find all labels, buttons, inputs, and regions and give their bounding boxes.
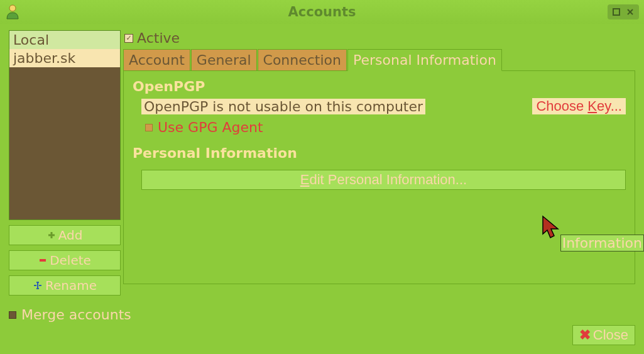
openpgp-status: OpenPGP is not usable on this computer [141,99,425,114]
svg-rect-1 [613,9,619,15]
minus-icon [38,256,47,265]
window-controls [608,4,639,19]
merge-accounts-label: Merge accounts [21,307,131,323]
tab-panel: OpenPGP OpenPGP is not usable on this co… [123,70,635,284]
tab-personal-information[interactable]: Personal Information [347,49,502,71]
close-button[interactable]: ✖ Close [572,325,635,345]
account-list-item[interactable]: Local [9,31,120,49]
tab-account[interactable]: Account [123,49,190,70]
close-label: Close [593,327,628,343]
personal-info-title: Personal Information [133,145,626,161]
window-title: Accounts [288,4,356,19]
choose-key-button[interactable]: Choose Key... [532,98,626,114]
active-label: Active [137,30,180,46]
close-x-icon: ✖ [579,327,591,343]
svg-point-0 [9,5,16,11]
account-list[interactable]: Local jabber.sk [9,30,121,220]
add-button[interactable]: Add [9,225,121,245]
close-icon[interactable] [624,6,636,18]
rename-button[interactable]: Rename [9,275,121,296]
delete-label: Delete [50,253,91,268]
plus-icon [47,231,56,240]
rename-icon [33,281,43,290]
gpg-agent-label: Use GPG Agent [158,119,263,135]
active-checkbox[interactable]: ✓ [124,34,133,43]
merge-accounts-checkbox[interactable] [9,311,16,319]
delete-button[interactable]: Delete [9,250,121,270]
add-label: Add [58,228,83,243]
tab-bar: Account General Connection Personal Info… [123,48,635,70]
tab-connection[interactable]: Connection [258,49,347,70]
rename-label: Rename [45,278,97,293]
titlebar: Accounts [0,0,644,24]
openpgp-title: OpenPGP [133,79,626,94]
tab-general[interactable]: General [191,49,257,70]
tooltip: Information [560,235,644,252]
content: Local jabber.sk Add Delete [0,24,644,354]
gpg-agent-checkbox[interactable] [145,124,153,131]
account-list-item[interactable]: jabber.sk [9,49,120,67]
app-icon [4,3,21,21]
edit-personal-info-button[interactable]: Edit Personal Information... [141,170,626,190]
maximize-icon[interactable] [610,6,623,18]
